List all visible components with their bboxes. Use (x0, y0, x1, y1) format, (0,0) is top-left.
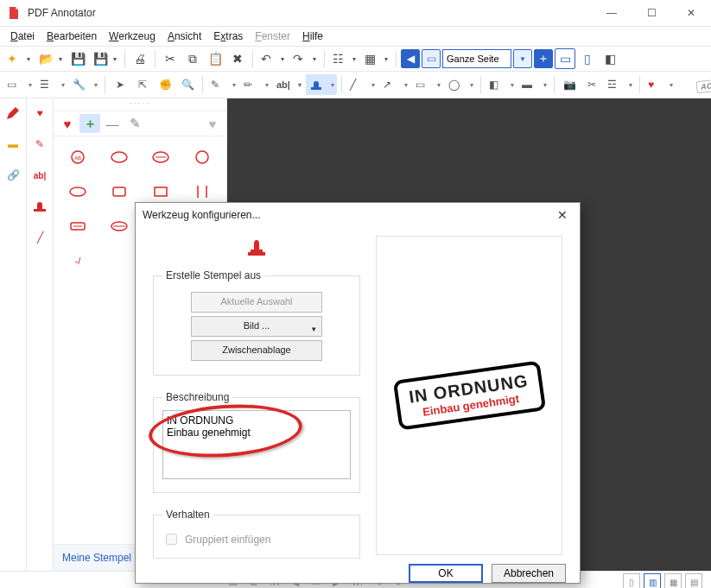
layers-button[interactable]: ☷ (329, 48, 359, 69)
page-thumb-tool[interactable]: ☰ (36, 74, 67, 95)
tab-fav-gray[interactable]: ♥ (202, 114, 223, 133)
zoom-out-tool[interactable]: 🔍 (177, 74, 198, 95)
measure-tool[interactable]: ☲ (604, 74, 635, 95)
menu-edit[interactable]: Bearbeiten (41, 28, 102, 44)
minimize-button[interactable]: — (592, 0, 632, 26)
panel-grip[interactable]: ····· (54, 98, 226, 111)
whiteout-tool[interactable]: ▬ (518, 74, 549, 95)
fit-page-button[interactable]: ▯ (577, 48, 598, 69)
stamp-item[interactable] (100, 176, 138, 207)
fit-width-button[interactable]: ▭ (555, 48, 575, 69)
save-as-button[interactable]: 💾 (90, 48, 120, 69)
save-button[interactable]: 💾 (67, 48, 88, 69)
grouped-insert-input (166, 534, 177, 545)
group-behavior-legend: Verhalten (162, 509, 213, 521)
cancel-button[interactable]: Abbrechen (492, 564, 566, 583)
prev-page-button[interactable]: ◀ (401, 49, 420, 68)
stamp-item[interactable]: AB (59, 142, 97, 173)
cut-button[interactable]: ✂ (160, 48, 181, 69)
btn-current-selection: Aktuelle Auswahl (191, 292, 322, 313)
cat-line-icon[interactable]: ╱ (30, 228, 49, 247)
cat-pen-icon[interactable]: ✎ (30, 135, 49, 154)
ok-button[interactable]: OK (409, 564, 483, 583)
stamp-item[interactable] (142, 142, 180, 173)
menu-tool[interactable]: Werkzeug (104, 28, 161, 44)
app-icon (7, 6, 21, 20)
text-tool[interactable]: ab| (273, 74, 304, 95)
eraser-tool[interactable]: ◧ (486, 74, 517, 95)
paste-button[interactable]: 📋 (205, 48, 225, 69)
stamp-item[interactable]: -/ (59, 245, 97, 276)
tab-remove[interactable]: — (102, 114, 123, 133)
configure-tool-dialog: Werkzeug konfigurieren... ✕ Erstelle Ste… (135, 202, 581, 584)
group-desc-legend: Beschreibung (162, 391, 232, 403)
view-mode-button[interactable]: ▦ (361, 48, 391, 69)
new-doc-button[interactable]: ✦ (3, 48, 34, 69)
pointer-tool[interactable]: ➤ (110, 74, 130, 95)
undo-button[interactable]: ↶ (257, 48, 288, 69)
menu-help[interactable]: Hilfe (297, 28, 328, 44)
stamp-item[interactable] (59, 176, 97, 207)
two-page-button[interactable]: ◧ (600, 48, 620, 69)
pen-tool[interactable]: ✎ (207, 74, 238, 95)
marker-tool[interactable]: ✏ (240, 74, 271, 95)
svg-rect-9 (113, 187, 125, 196)
favorites-tool[interactable]: ♥ (644, 74, 676, 95)
panel-title: Meine Stempel (62, 552, 131, 564)
svg-point-8 (70, 187, 86, 196)
dialog-close-button[interactable]: ✕ (552, 206, 573, 224)
strip-clip-icon[interactable]: 🔗 (3, 166, 22, 185)
stamp-item[interactable] (59, 211, 97, 242)
btn-image[interactable]: Bild ... (191, 316, 322, 337)
new-page-tool[interactable]: ▭ (3, 74, 35, 95)
add-page-button[interactable]: ＋ (534, 49, 553, 68)
stamp-preview-accepted: ACCEPTED (695, 76, 711, 93)
group-create-legend: Erstelle Stempel aus (162, 269, 264, 281)
btn-clipboard[interactable]: Zwischenablage (191, 340, 322, 361)
svg-rect-1 (34, 209, 46, 212)
svg-rect-10 (155, 187, 167, 196)
menu-view[interactable]: Ansicht (162, 28, 206, 44)
page-icon: ▭ (422, 49, 441, 68)
tab-add[interactable]: ＋ (79, 114, 100, 133)
redo-button[interactable]: ↷ (289, 48, 320, 69)
app-title: PDF Annotator (28, 7, 592, 19)
stamp-tool[interactable] (306, 74, 337, 95)
settings-tool[interactable]: 🔧 (69, 74, 100, 95)
view-two-cont[interactable]: ▤ (685, 573, 702, 588)
stamp-icon (153, 236, 360, 261)
svg-text:-/: -/ (75, 256, 82, 266)
print-button[interactable]: 🖨 (130, 48, 150, 69)
strip-marker-icon[interactable]: ▬ (3, 135, 22, 154)
tab-edit[interactable]: ✎ (124, 114, 145, 133)
menu-file[interactable]: Datei (5, 28, 40, 44)
copy-button[interactable]: ⧉ (182, 48, 203, 69)
ellipse-tool[interactable]: ◯ (445, 74, 476, 95)
tab-favorites[interactable]: ♥ (57, 114, 78, 133)
delete-button[interactable]: ✖ (227, 48, 248, 69)
snapshot-tool[interactable]: 📷 (559, 74, 580, 95)
rect-tool[interactable]: ▭ (412, 74, 443, 95)
view-continuous[interactable]: ▥ (644, 573, 661, 588)
maximize-button[interactable]: ☐ (632, 0, 671, 26)
zoom-dropdown[interactable]: ▼ (513, 49, 532, 68)
svg-text:AB: AB (74, 155, 81, 161)
open-button[interactable]: 📂 (35, 48, 66, 69)
close-window-button[interactable]: ✕ (671, 0, 711, 26)
stamp-item[interactable] (100, 142, 138, 173)
line-tool[interactable]: ╱ (346, 74, 378, 95)
cat-fav-icon[interactable]: ♥ (30, 104, 49, 123)
menu-extras[interactable]: Extras (208, 28, 248, 44)
view-single[interactable]: ▯ (623, 573, 640, 588)
pan-tool[interactable]: ✊ (155, 74, 175, 95)
arrow-tool[interactable]: ↗ (379, 74, 410, 95)
cat-stamp-icon[interactable] (30, 197, 49, 216)
strip-pen-icon[interactable] (3, 104, 22, 123)
page-zoom-input[interactable] (442, 49, 511, 68)
cat-text-icon[interactable]: ab| (30, 166, 49, 185)
select-tool[interactable]: ⇱ (132, 74, 153, 95)
crop-tool[interactable]: ✂ (581, 74, 602, 95)
stamp-item[interactable] (183, 142, 221, 173)
view-two-page[interactable]: ▦ (664, 573, 682, 588)
stamp-item[interactable] (100, 211, 138, 242)
